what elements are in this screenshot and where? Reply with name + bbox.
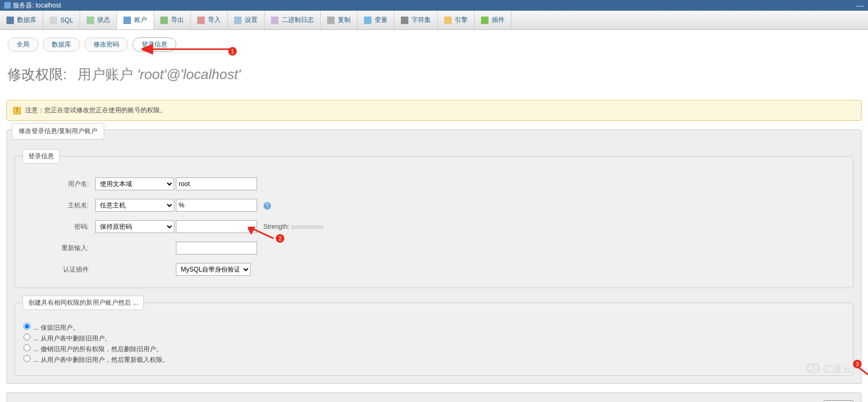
tab-engines[interactable]: 引擎 — [438, 11, 475, 29]
subtab-global[interactable]: 全局 — [7, 37, 38, 52]
tab-label: 字符集 — [412, 16, 431, 25]
notice-box: ! 注意：您正在尝试修改您正在使用的账号的权限。 — [6, 100, 862, 121]
host-input[interactable] — [176, 199, 257, 212]
strength-label: Strength: — [264, 223, 290, 230]
tab-label: 设置 — [245, 16, 258, 25]
databases-icon — [6, 17, 14, 24]
tab-settings[interactable]: 设置 — [228, 11, 265, 29]
tab-label: 复制 — [338, 16, 351, 25]
notice-text: 注意：您正在尝试修改您正在使用的账号的权限。 — [25, 106, 166, 115]
create-user-legend: 创建具有相同权限的新用户账户然后 ... — [22, 296, 144, 310]
svg-marker-1 — [142, 45, 152, 53]
host-select[interactable]: 任意主机 — [95, 199, 174, 212]
tab-label: SQL — [60, 17, 73, 24]
annotation-badge-1: 1 — [228, 47, 237, 56]
server-label: 服务器: localhost — [13, 0, 61, 11]
replication-icon — [327, 17, 335, 24]
radio-revoke-delete[interactable]: ... 撤销旧用户的所有权限，然后删除旧用户。 — [24, 344, 844, 354]
engines-icon — [444, 17, 452, 24]
login-info-fieldset: 登录信息 用户名: 使用文本域 主机名: 任意主机 ? — [14, 149, 854, 288]
auth-select[interactable]: MySQL自带身份验证 — [176, 263, 251, 276]
radio-keep-old[interactable]: ... 保留旧用户。 — [24, 323, 844, 333]
sql-icon — [50, 17, 57, 24]
server-icon — [4, 2, 11, 9]
retype-label: 重新输入: — [61, 244, 89, 252]
tab-label: 导入 — [208, 16, 221, 25]
tab-label: 二进制日志 — [282, 16, 314, 25]
tab-label: 引擎 — [455, 16, 468, 25]
tab-import[interactable]: 导入 — [191, 11, 228, 29]
minimize-icon[interactable]: — — [856, 0, 864, 11]
tab-binlog[interactable]: 二进制日志 — [265, 11, 321, 29]
variables-icon — [364, 17, 371, 24]
login-info-legend: 登录信息 — [22, 149, 60, 164]
edit-login-panel: 修改登录信息/复制用户账户 登录信息 用户名: 使用文本域 主机名: 任意主机 — [6, 129, 862, 384]
charsets-icon — [401, 17, 408, 24]
help-icon[interactable]: ? — [264, 202, 271, 210]
settings-icon — [234, 17, 242, 24]
tab-replication[interactable]: 复制 — [321, 11, 358, 29]
status-icon — [87, 17, 94, 24]
plugins-icon — [481, 17, 489, 24]
tab-label: 状态 — [97, 16, 110, 25]
password-input[interactable] — [176, 220, 257, 233]
panel-header: 修改登录信息/复制用户账户 — [12, 123, 104, 140]
titlebar: 服务器: localhost — — [0, 0, 868, 11]
radio-delete-reload[interactable]: ... 从用户表中删除旧用户，然后重新载入权限。 — [24, 355, 844, 365]
tab-plugins[interactable]: 插件 — [475, 11, 511, 29]
annotation-arrow-1 — [142, 43, 238, 56]
tab-status[interactable]: 状态 — [80, 11, 117, 29]
subtab-change-password[interactable]: 修改密码 — [84, 37, 128, 52]
accounts-icon — [123, 17, 131, 24]
warning-icon: ! — [13, 107, 21, 114]
create-user-fieldset: 创建具有相同权限的新用户账户然后 ... ... 保留旧用户。 ... 从用户表… — [14, 296, 854, 376]
tab-label: 数据库 — [17, 16, 36, 25]
auth-label: 认证插件 — [63, 266, 89, 273]
tab-label: 插件 — [492, 16, 505, 25]
tab-export[interactable]: 导出 — [154, 11, 191, 29]
host-label: 主机名: — [68, 202, 89, 209]
username-input[interactable] — [176, 177, 257, 190]
tab-sql[interactable]: SQL — [43, 11, 80, 29]
radio-delete-old[interactable]: ... 从用户表中删除旧用户。 — [24, 334, 844, 343]
binlog-icon — [271, 17, 278, 24]
tab-databases[interactable]: 数据库 — [0, 11, 43, 29]
page-title: 修改权限: 用户账户 'root'@'localhost' — [0, 52, 868, 90]
import-icon — [197, 17, 205, 24]
tab-label: 导出 — [171, 16, 184, 25]
password-select[interactable]: 保持原密码 — [95, 220, 174, 233]
strength-bar — [291, 226, 323, 229]
sub-tabs: 全局 数据库 修改密码 登录信息 — [0, 36, 868, 52]
tab-label: 变量 — [375, 16, 387, 25]
main-tabs: 数据库SQL状态账户导出导入设置二进制日志复制变量字符集引擎插件 — [0, 11, 868, 30]
username-label: 用户名: — [68, 180, 89, 188]
tab-charsets[interactable]: 字符集 — [394, 11, 438, 29]
submit-row: 3 执行 — [6, 392, 862, 402]
username-select[interactable]: 使用文本域 — [95, 177, 174, 190]
tab-label: 账户 — [134, 16, 147, 25]
subtab-database[interactable]: 数据库 — [43, 37, 80, 52]
retype-input[interactable] — [176, 242, 257, 254]
password-label: 密码: — [74, 223, 89, 230]
tab-accounts[interactable]: 账户 — [117, 11, 154, 29]
export-icon — [160, 17, 168, 24]
tab-variables[interactable]: 变量 — [358, 11, 394, 29]
